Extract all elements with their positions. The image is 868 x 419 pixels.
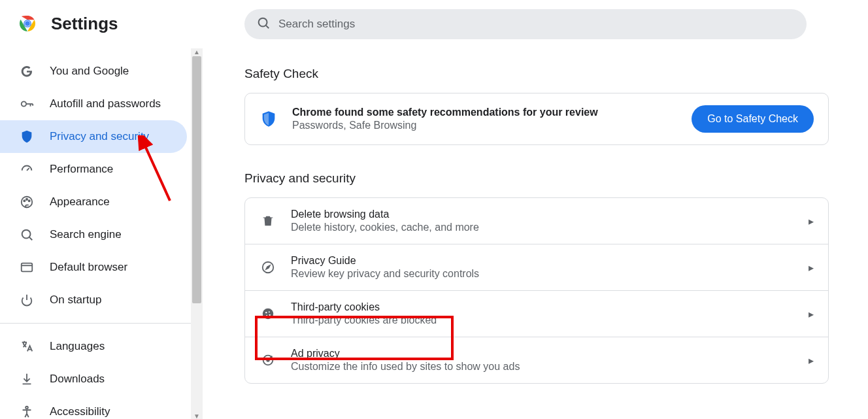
search-icon [256, 16, 271, 33]
safety-card-subtitle: Passwords, Safe Browsing [292, 120, 677, 131]
sidebar: You and Google Autofill and passwords Pr… [0, 48, 191, 419]
chevron-right-icon: ▸ [809, 354, 814, 367]
sidebar-item-languages[interactable]: Languages [0, 330, 187, 363]
row-third-party-cookies[interactable]: Third-party cookies Third-party cookies … [245, 291, 828, 337]
safety-card-title: Chrome found some safety recommendations… [292, 107, 677, 118]
page-title: Settings [51, 14, 118, 34]
search-input[interactable] [278, 18, 795, 31]
shield-icon [20, 129, 34, 144]
shield-icon [259, 110, 278, 128]
svg-point-5 [22, 101, 26, 106]
translate-icon [20, 339, 34, 354]
row-ad-privacy[interactable]: Ad privacy Customize the info used by si… [245, 337, 828, 383]
svg-line-4 [266, 25, 269, 28]
sidebar-item-label: Default browser [50, 261, 127, 274]
key-icon [20, 97, 34, 111]
svg-point-11 [24, 200, 25, 201]
chevron-right-icon: ▸ [809, 215, 814, 227]
svg-point-26 [266, 315, 267, 316]
row-subtitle: Third-party cookies are blocked [291, 314, 437, 326]
row-title: Ad privacy [291, 348, 520, 360]
compass-icon [259, 259, 276, 276]
svg-point-24 [269, 311, 270, 312]
svg-point-22 [263, 309, 274, 320]
svg-point-14 [22, 230, 31, 239]
safety-check-title: Safety Check [244, 67, 829, 81]
privacy-section-title: Privacy and security [244, 171, 829, 186]
row-title: Third-party cookies [291, 301, 437, 313]
sidebar-item-accessibility[interactable]: Accessibility [0, 395, 187, 419]
sidebar-item-default-browser[interactable]: Default browser [0, 251, 187, 284]
svg-point-13 [29, 200, 30, 201]
sidebar-item-you-and-google[interactable]: You and Google [0, 55, 187, 88]
sidebar-item-on-startup[interactable]: On startup [0, 284, 187, 316]
search-icon [20, 227, 34, 242]
go-to-safety-check-button[interactable]: Go to Safety Check [692, 105, 814, 133]
scroll-up-icon[interactable]: ▲ [193, 48, 200, 55]
main-content: Safety Check Chrome found some safety re… [191, 48, 868, 419]
download-icon [20, 372, 34, 386]
svg-marker-21 [266, 265, 270, 269]
chevron-right-icon: ▸ [809, 261, 814, 274]
privacy-list: Delete browsing data Delete history, coo… [244, 197, 829, 384]
svg-rect-16 [22, 263, 33, 272]
sidebar-item-downloads[interactable]: Downloads [0, 363, 187, 395]
sidebar-item-autofill[interactable]: Autofill and passwords [0, 88, 187, 120]
palette-icon [20, 195, 34, 209]
sidebar-item-label: You and Google [50, 65, 129, 78]
sidebar-item-performance[interactable]: Performance [0, 153, 187, 186]
power-icon [20, 293, 34, 307]
target-icon [259, 352, 276, 369]
row-subtitle: Customize the info used by sites to show… [291, 361, 520, 373]
sidebar-item-label: Search engine [50, 228, 122, 241]
search-bar[interactable] [244, 9, 807, 39]
row-title: Privacy Guide [291, 255, 479, 267]
accessibility-icon [20, 405, 34, 419]
sidebar-item-label: Downloads [50, 373, 105, 386]
divider [0, 323, 191, 324]
trash-icon [259, 212, 276, 229]
sidebar-item-label: On startup [50, 293, 101, 307]
svg-point-3 [259, 18, 267, 27]
row-delete-browsing-data[interactable]: Delete browsing data Delete history, coo… [245, 198, 828, 244]
row-subtitle: Review key privacy and security controls [291, 268, 479, 280]
scroll-down-icon[interactable]: ▼ [193, 412, 200, 419]
browser-icon [20, 260, 34, 275]
row-title: Delete browsing data [291, 209, 479, 220]
sidebar-item-label: Appearance [50, 195, 110, 209]
svg-line-15 [29, 237, 32, 240]
svg-point-12 [26, 199, 27, 200]
scroll-thumb[interactable] [192, 56, 201, 303]
svg-point-19 [25, 407, 28, 409]
sidebar-item-privacy-security[interactable]: Privacy and security [0, 120, 187, 153]
sidebar-item-label: Autofill and passwords [50, 97, 161, 110]
gauge-icon [20, 162, 34, 176]
sidebar-scrollbar[interactable]: ▲ ▼ [191, 48, 203, 419]
row-subtitle: Delete history, cookies, cache, and more [291, 222, 479, 233]
sidebar-item-label: Performance [50, 163, 113, 176]
svg-point-28 [267, 359, 269, 361]
chrome-logo-icon [16, 12, 39, 35]
sidebar-item-search-engine[interactable]: Search engine [0, 218, 187, 251]
sidebar-item-label: Accessibility [50, 405, 110, 418]
row-privacy-guide[interactable]: Privacy Guide Review key privacy and sec… [245, 244, 828, 291]
svg-point-2 [25, 21, 30, 26]
google-g-icon [20, 64, 34, 78]
sidebar-item-label: Languages [50, 340, 105, 353]
chevron-right-icon: ▸ [809, 308, 814, 320]
safety-check-card: Chrome found some safety recommendations… [244, 93, 829, 145]
svg-point-23 [265, 312, 267, 313]
svg-point-25 [269, 314, 271, 316]
sidebar-item-label: Privacy and security [50, 130, 149, 143]
cookie-icon [259, 305, 276, 322]
svg-line-9 [27, 168, 29, 171]
sidebar-item-appearance[interactable]: Appearance [0, 186, 187, 218]
